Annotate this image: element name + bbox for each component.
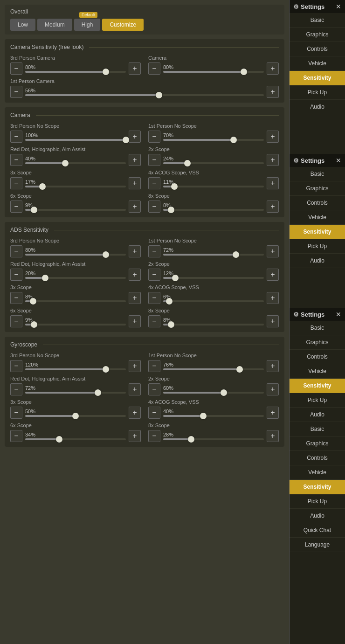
sidebar-graphics-1[interactable]: Graphics [290, 28, 345, 42]
cam-8x-scope-track[interactable] [163, 209, 264, 211]
cam-6x-scope-minus[interactable]: − [10, 201, 22, 213]
sidebar-controls-3b[interactable]: Controls [290, 451, 345, 465]
sidebar-vehicle-1[interactable]: Vehicle [290, 56, 345, 71]
ads-3x-scope-track[interactable] [25, 300, 126, 302]
ads-red-dot-minus[interactable]: − [10, 269, 22, 281]
cam-3rd-no-scope-track[interactable] [25, 139, 126, 141]
gyro-6x-scope-minus[interactable]: − [10, 430, 22, 442]
slider-3rd-person-camera-minus[interactable]: − [10, 62, 22, 75]
sidebar-sensitivity-2[interactable]: Sensitivity [290, 225, 345, 239]
cam-1st-no-scope-plus[interactable]: + [267, 131, 279, 143]
sidebar-basic-3a[interactable]: Basic [290, 321, 345, 335]
gyro-2x-scope-minus[interactable]: − [148, 383, 160, 395]
gyro-3x-scope-plus[interactable]: + [129, 407, 141, 419]
ads-red-dot-track[interactable] [25, 277, 126, 279]
sidebar-vehicle-3b[interactable]: Vehicle [290, 465, 345, 480]
close-icon-2[interactable]: ✕ [336, 157, 341, 164]
gyro-4x-acog-track[interactable] [163, 415, 264, 417]
ads-6x-scope-plus[interactable]: + [129, 315, 141, 327]
sidebar-basic-2[interactable]: Basic [290, 167, 345, 181]
gyro-6x-scope-track[interactable] [25, 438, 126, 440]
gyro-3x-scope-minus[interactable]: − [10, 407, 22, 419]
slider-3rd-person-camera-track[interactable] [25, 71, 126, 73]
cam-3x-scope-track[interactable] [25, 186, 126, 187]
gyro-3rd-no-scope-plus[interactable]: + [129, 360, 141, 372]
ads-3rd-no-scope-minus[interactable]: − [10, 245, 22, 257]
cam-4x-acog-track[interactable] [163, 186, 264, 187]
ads-8x-scope-plus[interactable]: + [267, 315, 279, 327]
ads-6x-scope-track[interactable] [25, 324, 126, 325]
sidebar-graphics-3a[interactable]: Graphics [290, 335, 345, 350]
sidebar-graphics-3b[interactable]: Graphics [290, 436, 345, 451]
sidebar-sensitivity-1[interactable]: Sensitivity [290, 71, 345, 85]
slider-1st-person-camera-minus[interactable]: − [10, 86, 22, 98]
sidebar-pickup-2[interactable]: Pick Up [290, 239, 345, 254]
ads-6x-scope-minus[interactable]: − [10, 315, 22, 327]
sidebar-audio-3a[interactable]: Audio [290, 408, 345, 422]
sidebar-controls-3a[interactable]: Controls [290, 350, 345, 364]
sidebar-sensitivity-3b[interactable]: Sensitivity [290, 480, 345, 494]
sidebar-pickup-3a[interactable]: Pick Up [290, 393, 345, 408]
cam-red-dot-plus[interactable]: + [129, 154, 141, 166]
sidebar-audio-1[interactable]: Audio [290, 100, 345, 114]
ads-3rd-no-scope-plus[interactable]: + [129, 245, 141, 257]
slider-1st-person-camera-track[interactable] [25, 94, 264, 96]
cam-3x-scope-plus[interactable]: + [129, 177, 141, 189]
cam-4x-acog-minus[interactable]: − [148, 177, 160, 189]
quality-customize[interactable]: Customize [102, 19, 144, 31]
sidebar-sensitivity-3a[interactable]: Sensitivity [290, 379, 345, 393]
quality-medium[interactable]: Medium [37, 19, 72, 31]
cam-6x-scope-plus[interactable]: + [129, 201, 141, 213]
cam-2x-scope-minus[interactable]: − [148, 154, 160, 166]
slider-camera-track[interactable] [163, 71, 264, 73]
quality-high[interactable]: High [74, 19, 101, 31]
sidebar-audio-3b[interactable]: Audio [290, 509, 345, 523]
ads-8x-scope-minus[interactable]: − [148, 315, 160, 327]
ads-1st-no-scope-minus[interactable]: − [148, 245, 160, 257]
slider-1st-person-camera-plus[interactable]: + [267, 86, 279, 98]
cam-4x-acog-plus[interactable]: + [267, 177, 279, 189]
sidebar-controls-2[interactable]: Controls [290, 196, 345, 210]
cam-3x-scope-minus[interactable]: − [10, 177, 22, 189]
cam-8x-scope-plus[interactable]: + [267, 201, 279, 213]
ads-2x-scope-track[interactable] [163, 277, 264, 279]
cam-3rd-no-scope-minus[interactable]: − [10, 131, 22, 143]
cam-3rd-no-scope-plus[interactable]: + [129, 131, 141, 143]
close-icon-1[interactable]: ✕ [336, 3, 341, 10]
cam-red-dot-track[interactable] [25, 162, 126, 164]
sidebar-vehicle-3a[interactable]: Vehicle [290, 364, 345, 379]
gyro-3x-scope-track[interactable] [25, 415, 126, 417]
cam-8x-scope-minus[interactable]: − [148, 201, 160, 213]
cam-1st-no-scope-minus[interactable]: − [148, 131, 160, 143]
gyro-8x-scope-plus[interactable]: + [267, 430, 279, 442]
sidebar-basic-3b[interactable]: Basic [290, 422, 345, 436]
cam-2x-scope-plus[interactable]: + [267, 154, 279, 166]
gyro-1st-no-scope-minus[interactable]: − [148, 360, 160, 372]
gyro-4x-acog-plus[interactable]: + [267, 407, 279, 419]
ads-4x-acog-plus[interactable]: + [267, 292, 279, 304]
gyro-3rd-no-scope-track[interactable] [25, 368, 126, 370]
ads-2x-scope-plus[interactable]: + [267, 269, 279, 281]
gyro-2x-scope-track[interactable] [163, 392, 264, 394]
sidebar-controls-1[interactable]: Controls [290, 42, 345, 56]
gyro-red-dot-track[interactable] [25, 392, 126, 394]
ads-1st-no-scope-plus[interactable]: + [267, 245, 279, 257]
quality-low[interactable]: Low [10, 19, 35, 31]
slider-camera-minus[interactable]: − [148, 62, 160, 75]
sidebar-vehicle-2[interactable]: Vehicle [290, 210, 345, 225]
gyro-1st-no-scope-plus[interactable]: + [267, 360, 279, 372]
slider-3rd-person-camera-plus[interactable]: + [129, 62, 141, 75]
sidebar-graphics-2[interactable]: Graphics [290, 181, 345, 196]
cam-red-dot-minus[interactable]: − [10, 154, 22, 166]
gyro-8x-scope-minus[interactable]: − [148, 430, 160, 442]
cam-1st-no-scope-track[interactable] [163, 139, 264, 141]
sidebar-audio-2[interactable]: Audio [290, 254, 345, 268]
cam-2x-scope-track[interactable] [163, 162, 264, 164]
gyro-6x-scope-plus[interactable]: + [129, 430, 141, 442]
ads-3rd-no-scope-track[interactable] [25, 254, 126, 256]
gyro-1st-no-scope-track[interactable] [163, 368, 264, 370]
gyro-3rd-no-scope-minus[interactable]: − [10, 360, 22, 372]
slider-camera-plus[interactable]: + [267, 62, 279, 75]
ads-red-dot-plus[interactable]: + [129, 269, 141, 281]
ads-4x-acog-track[interactable] [163, 300, 264, 302]
